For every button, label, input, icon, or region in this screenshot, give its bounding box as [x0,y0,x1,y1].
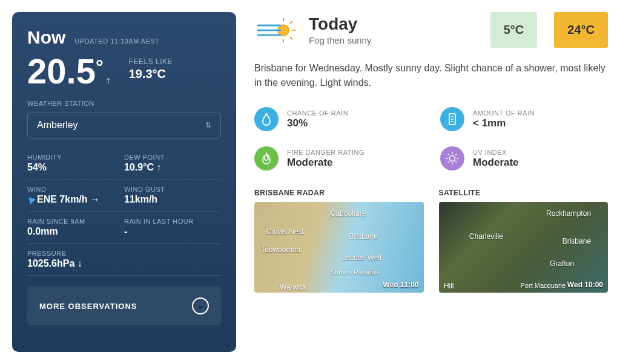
map-label: Charleville [469,232,503,241]
rainhour-value: - [124,226,221,237]
weather-station-select[interactable]: Amberley ⇅ [27,112,221,138]
pressure-value: 1025.6hPa ↓ [27,258,221,269]
svg-line-18 [448,154,449,155]
uv-value: Moderate [473,157,519,169]
gust-label: WIND GUST [124,186,221,193]
rain-chance-value: 30% [287,117,348,129]
feels-like-value: 19.3°C [129,67,173,81]
today-panel: Today Fog then sunny 5°C 24°C Brisbane f… [254,12,608,352]
now-title: Now [27,27,65,48]
svg-point-13 [450,156,455,161]
svg-line-19 [455,161,457,163]
chevron-down-icon: ⌄ [192,297,209,314]
fire-icon [254,146,279,171]
map-label: Brisbane [349,232,378,241]
humidity-value: 54% [27,162,124,173]
weather-fog-sunny-icon [254,15,297,45]
satellite-title: SATELLITE [439,189,608,197]
uv-sun-icon [440,146,464,171]
map-label: Caboolture [331,209,366,218]
radar-time: Wed 11:00 [383,281,418,289]
pressure-label: PRESSURE [27,250,221,257]
rain9-value: 0.0mm [27,226,124,237]
fire-label: FIRE DANGER RATING [287,149,364,156]
raindrop-icon [254,107,279,131]
today-subtitle: Fog then sunny [309,35,478,45]
radar-map-block[interactable]: BRISBANE RADAR Caboolture Crows Nest Bri… [254,189,424,293]
radar-map: Caboolture Crows Nest Brisbane Toowoomba… [254,202,424,293]
rain-amount-value: < 1mm [473,117,535,129]
updated-time: UPDATED 11:10AM AEST [74,37,159,45]
rain-amount-label: AMOUNT OF RAIN [473,109,535,117]
svg-line-5 [290,37,292,39]
today-title: Today [309,15,478,34]
gust-value: 11km/h [124,194,221,205]
temp-trend-icon: ↑ [106,75,111,85]
wind-value: ENE 7km/h → [27,194,124,205]
now-panel: Now UPDATED 11:10AM AEST 20.5°↑ FEELS LI… [12,12,236,352]
map-label: Grafton [550,259,574,268]
map-label: Brisbane [562,237,591,245]
humidity-label: HUMIDITY [27,154,124,161]
map-label: Hill [444,282,454,290]
temp-max: 24°C [554,12,608,48]
rain9-label: RAIN SINCE 9AM [27,218,124,225]
uv-label: UV INDEX [473,149,519,156]
satellite-map-block[interactable]: SATELLITE Rockhampton Charleville Brisba… [439,189,608,293]
weather-station-label: WEATHER STATION [27,100,221,107]
map-label: Jacobs Well [342,253,381,262]
satellite-map: Rockhampton Charleville Brisbane Grafton… [439,202,608,293]
radar-title: BRISBANE RADAR [254,189,424,197]
svg-line-20 [448,161,449,163]
map-label: Crows Nest [266,227,304,236]
feels-like-label: FEELS LIKE [129,57,173,66]
map-label: Warwick [280,283,307,291]
rain-gauge-icon [440,107,464,131]
weather-station-value: Amberley [37,120,78,131]
wind-direction-icon [26,195,36,204]
current-temp: 20.5°↑ [27,54,111,89]
map-label: Port Macquarie [521,282,566,289]
map-label: Surfers Paradise [331,268,380,276]
chevron-updown-icon: ⇅ [205,121,211,129]
satellite-time: Wed 10:00 [567,281,603,289]
svg-line-21 [455,154,457,155]
rainhour-label: RAIN IN LAST HOUR [124,218,221,225]
wind-label: WIND [27,186,124,193]
map-label: Toowoomba [261,245,300,254]
svg-line-4 [290,21,292,24]
fire-value: Moderate [287,157,364,169]
forecast-text: Brisbane for Wednesday. Mostly sunny day… [254,61,608,90]
temp-min: 5°C [490,12,538,48]
map-label: Rockhampton [546,209,591,218]
rain-chance-label: CHANCE OF RAIN [287,109,348,117]
dewpoint-value: 10.9°C ↑ [124,162,221,173]
more-observations-button[interactable]: MORE OBSERVATIONS ⌄ [27,287,221,325]
dewpoint-label: DEW POINT [124,154,221,161]
